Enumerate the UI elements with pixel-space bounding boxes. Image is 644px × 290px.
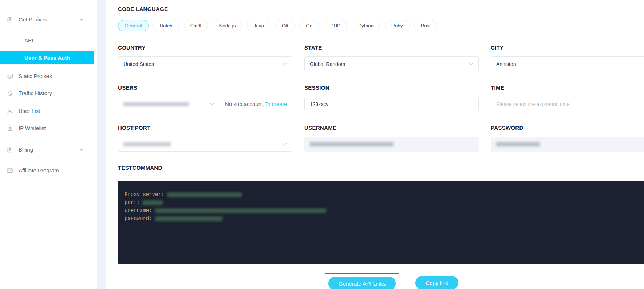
sidebar-item-account[interactable]: Account: [0, 0, 97, 4]
chevron-down-icon: [79, 19, 83, 21]
pill-php[interactable]: PHP: [324, 20, 347, 31]
code-language-label: CODE LANGUAGE: [118, 6, 644, 12]
sidebar-item-user-pass-auth[interactable]: User & Pass Auth: [0, 51, 94, 64]
pill-csharp[interactable]: C#: [275, 20, 295, 31]
sidebar-item-affiliate-program[interactable]: Affiliate Program: [0, 164, 97, 177]
droplet-icon: [6, 90, 13, 97]
session-input[interactable]: [310, 101, 473, 107]
users-value-redacted: [123, 102, 189, 106]
terminal-line-password: password:: [125, 215, 644, 223]
to-create-link[interactable]: To create: [264, 101, 287, 107]
pill-ruby[interactable]: Ruby: [385, 20, 410, 31]
pill-shell[interactable]: Shell: [184, 20, 208, 31]
state-select[interactable]: Global Random: [304, 56, 479, 71]
code-language-pills: General Batch Shell Node.js Java C# Go P…: [118, 20, 644, 31]
sidebar: Account Get Proixes API User & Pass Auth…: [0, 0, 97, 290]
generate-api-links-button[interactable]: Generate API Links: [328, 277, 396, 290]
password-field[interactable]: [491, 137, 644, 152]
state-label: STATE: [304, 44, 479, 51]
sidebar-item-get-proixes[interactable]: Get Proixes: [0, 13, 97, 26]
mail-icon: [6, 167, 13, 174]
sidebar-item-label: User & Pass Auth: [24, 55, 70, 61]
terminal-line-username: username:: [125, 207, 644, 215]
username-field[interactable]: [304, 137, 479, 152]
sidebar-item-ip-whitelist[interactable]: IP Whitelist: [0, 121, 97, 135]
monitor-code-icon: [6, 72, 13, 80]
pill-python[interactable]: Python: [352, 20, 380, 31]
country-label: COUNTRY: [118, 44, 292, 51]
password-value-redacted: [155, 216, 222, 221]
time-field: [491, 97, 644, 111]
pill-rust[interactable]: Rust: [414, 20, 438, 31]
terminal-line-port: port:: [125, 199, 644, 207]
testcommand-label: TESTCOMMAND: [118, 165, 644, 171]
sidebar-item-label: Traffic History: [19, 90, 52, 96]
city-field: [491, 56, 644, 71]
sidebar-item-label: User List: [19, 108, 40, 114]
sidebar-item-label: Account: [19, 0, 38, 0]
username-value-redacted: [310, 142, 394, 146]
action-buttons: Generate API Links Copy link: [118, 273, 644, 290]
terminal-line-proxy-server: Proxy server:: [125, 191, 644, 199]
sidebar-item-user-list[interactable]: User List: [0, 104, 97, 118]
session-field: [304, 97, 479, 111]
pill-go[interactable]: Go: [299, 20, 319, 31]
pill-batch[interactable]: Batch: [153, 20, 179, 31]
port-value-redacted: [143, 200, 163, 205]
hostport-value-redacted: [123, 142, 171, 146]
bottom-divider: [0, 289, 644, 290]
sidebar-item-label: Get Proixes: [19, 16, 47, 23]
users-select[interactable]: [118, 97, 220, 111]
city-label: CITY: [491, 44, 644, 51]
username-label: USERNAME: [304, 125, 479, 131]
chevron-down-icon: [282, 63, 287, 66]
username-value-redacted: [155, 208, 326, 213]
document-check-icon: [6, 125, 13, 132]
chevron-down-icon: [79, 149, 83, 151]
testcommand-terminal: Proxy server: port: username: password:: [118, 181, 644, 264]
sub-account-note-text: No sub account,: [225, 101, 264, 107]
time-input[interactable]: [496, 101, 644, 107]
sidebar-item-label: Affiliate Program: [19, 167, 59, 173]
sidebar-item-label: Billing: [19, 146, 33, 153]
chevron-down-icon: [282, 143, 287, 146]
password-label: PASSWORD: [491, 125, 644, 131]
sidebar-item-label: API: [24, 37, 33, 43]
pill-java[interactable]: Java: [247, 20, 270, 31]
pill-general[interactable]: General: [118, 20, 149, 31]
time-label: TIME: [491, 85, 644, 91]
account-icon: [6, 0, 13, 1]
sidebar-item-label: IP Whitelist: [19, 125, 46, 131]
pill-nodejs[interactable]: Node.js: [213, 20, 242, 31]
sub-account-note: No sub account,To create: [225, 101, 287, 107]
country-select[interactable]: United States: [118, 56, 292, 71]
user-pass-auth-page: Account Get Proixes API User & Pass Auth…: [0, 0, 644, 290]
clipboard-icon: [6, 16, 13, 23]
hostport-label: HOST:PORT: [118, 125, 292, 131]
sidebar-item-api[interactable]: API: [0, 34, 97, 47]
chevron-down-icon: [210, 103, 214, 106]
city-input[interactable]: [496, 61, 644, 67]
country-value: United States: [123, 61, 154, 67]
proxy-server-value-redacted: [167, 192, 242, 197]
red-annotation-box: Generate API Links: [325, 273, 399, 290]
state-value: Global Random: [310, 61, 345, 67]
user-icon: [6, 107, 13, 115]
sidebar-scrollbar-track[interactable]: [97, 0, 106, 290]
password-value-redacted: [496, 142, 540, 146]
sidebar-item-static-proixes[interactable]: Static Proixes: [0, 69, 97, 83]
sidebar-item-traffic-history[interactable]: Traffic History: [0, 86, 97, 100]
sidebar-item-billing[interactable]: Billing: [0, 143, 97, 156]
users-label: USERS: [118, 85, 292, 91]
copy-link-button[interactable]: Copy link: [415, 276, 458, 290]
chevron-down-icon: [469, 63, 473, 66]
sidebar-item-label: Static Proixes: [19, 73, 52, 79]
main-content: CODE LANGUAGE General Batch Shell Node.j…: [118, 0, 644, 290]
session-label: SESSION: [304, 85, 479, 91]
billing-clipboard-icon: [6, 146, 13, 153]
hostport-select[interactable]: [118, 137, 292, 152]
